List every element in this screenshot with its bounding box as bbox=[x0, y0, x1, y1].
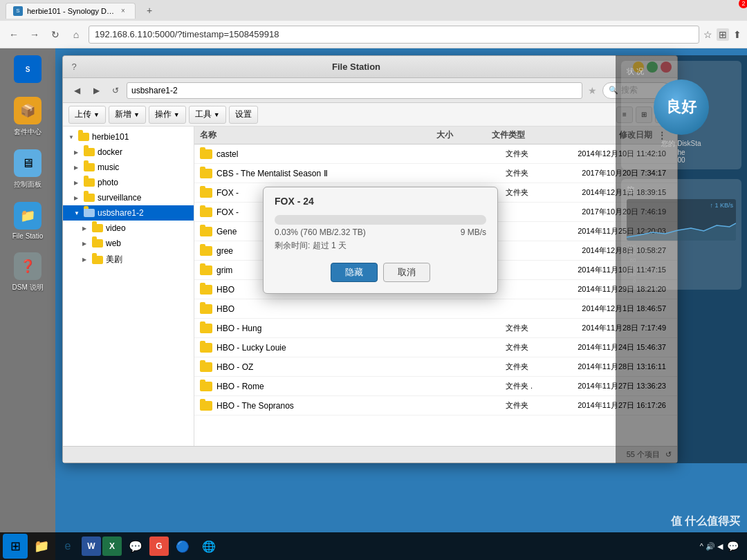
new-btn[interactable]: 新增 ▼ bbox=[109, 106, 146, 124]
fs-refresh-btn[interactable]: ↺ bbox=[107, 82, 124, 99]
file-name: HBO - OZ bbox=[216, 362, 253, 372]
col-header-name: 名称 bbox=[200, 129, 436, 141]
taskbar-icon-explorer[interactable]: 📁 bbox=[29, 534, 54, 559]
address-text: 192.168.6.110:5000/?timestamp=1508459918 bbox=[95, 29, 279, 39]
monitor-graph: ↑ 1 KB/s bbox=[627, 199, 736, 241]
start-button[interactable]: ⊞ bbox=[3, 534, 28, 559]
status-card: 状 况 良好 您的 DiskSta he 00 bbox=[621, 61, 741, 169]
settings-btn[interactable]: 设置 bbox=[229, 106, 258, 124]
file-name: HBO bbox=[216, 304, 234, 314]
taskbar-icon-blue[interactable]: 🔵 bbox=[170, 534, 195, 559]
table-row[interactable]: HBO - Lucky Louie 文件夹 2014年11月24日 15:46:… bbox=[194, 338, 677, 357]
table-row[interactable]: CBS - The Mentalist Season Ⅱ 文件夹 2017年10… bbox=[194, 164, 677, 183]
address-bar[interactable]: 192.168.6.110:5000/?timestamp=1508459918 bbox=[89, 26, 699, 44]
folder-icon bbox=[200, 207, 212, 217]
window-titlebar: ? File Station bbox=[63, 56, 677, 78]
taskbar: ⊞ 📁 e W X 💬 G 🔵 🌐 ^ 🔊 ◀ 💬 值 什么值得买 bbox=[0, 532, 747, 560]
tree-item-meiju[interactable]: ▶ 美剧 bbox=[63, 251, 194, 268]
folder-icon bbox=[200, 246, 212, 256]
home-btn[interactable]: ⌂ bbox=[68, 26, 84, 43]
taskbar-icon-excel[interactable]: X bbox=[102, 536, 122, 556]
window-help-btn[interactable]: ? bbox=[68, 62, 80, 73]
col-header-type: 文件类型 bbox=[492, 129, 547, 141]
tree-item-docker[interactable]: ▶ docker bbox=[63, 144, 194, 160]
new-tab-btn[interactable]: + bbox=[141, 2, 158, 19]
monitor-card: 控 ↑ 1 KB/s 100806040200 bbox=[621, 179, 741, 290]
dsm-sidebar: S 📦 2 套件中心 🖥 控制面板 📁 File Statio bbox=[0, 48, 55, 560]
dialog-buttons: 隐藏 取消 bbox=[275, 263, 486, 282]
file-type: 文件夹 bbox=[506, 342, 561, 353]
disksta-label: 您的 DiskSta bbox=[627, 139, 736, 149]
hide-btn[interactable]: 隐藏 bbox=[331, 263, 378, 282]
back-btn[interactable]: ← bbox=[6, 26, 22, 43]
window-controls: ? bbox=[68, 62, 80, 73]
table-row[interactable]: castel 文件夹 2014年12月10日 11:42:10 bbox=[194, 144, 677, 164]
dsm-icon-file-station[interactable]: 📁 File Statio bbox=[7, 199, 48, 243]
file-station-label: File Statio bbox=[12, 232, 43, 240]
tools-btn[interactable]: 工具 ▼ bbox=[189, 106, 226, 124]
upload-btn[interactable]: 上传 ▼ bbox=[68, 106, 106, 124]
table-row[interactable]: HBO - OZ 文件夹 2014年11月28日 13:16:11 bbox=[194, 357, 677, 377]
folder-icon bbox=[200, 265, 212, 275]
dsm-icon-dsm-help[interactable]: ❓ DSM 说明 bbox=[7, 250, 48, 295]
bookmark-fs-icon[interactable]: ★ bbox=[585, 85, 600, 96]
desktop: S herbie101 - Synology D… × + ← → ↻ ⌂ 19… bbox=[0, 0, 747, 560]
tree-item-music[interactable]: ▶ music bbox=[63, 160, 194, 175]
file-name: FOX - bbox=[216, 207, 239, 217]
taskbar-icon-wechat[interactable]: 💬 bbox=[123, 534, 148, 559]
path-input[interactable] bbox=[127, 82, 582, 99]
taskbar-icon-browser2[interactable]: 🌐 bbox=[196, 534, 221, 559]
bookmark-icon[interactable]: ☆ bbox=[703, 29, 712, 40]
tree-web-arrow: ▶ bbox=[82, 241, 89, 247]
tree-photo-label: photo bbox=[98, 178, 118, 187]
forward-btn[interactable]: → bbox=[26, 26, 43, 43]
dsm-icon-control-panel[interactable]: 🖥 控制面板 bbox=[7, 147, 48, 192]
tab-title: herbie101 - Synology D… bbox=[27, 7, 114, 15]
table-row[interactable]: HBO - Rome 文件夹 . 2014年11月27日 13:36:23 bbox=[194, 377, 677, 396]
browser-menu-icon[interactable]: ⊞ bbox=[717, 28, 729, 41]
progress-dialog: FOX - 24 0.03% (760 MB/2.32 TB) 9 MB/s 剩… bbox=[263, 187, 498, 294]
tree-photo-arrow: ▶ bbox=[74, 180, 81, 186]
file-type: 文件夹 . bbox=[506, 381, 561, 391]
table-row[interactable]: HBO - Hung 文件夹 2014年11月28日 7:17:49 bbox=[194, 319, 677, 338]
tools-dropdown-icon: ▼ bbox=[214, 111, 220, 118]
tree-panel: ▼ herbie101 ▶ docker ▶ bbox=[63, 127, 194, 446]
cancel-btn[interactable]: 取消 bbox=[383, 263, 430, 282]
tab-close-btn[interactable]: × bbox=[118, 6, 128, 16]
taskbar-icon-g[interactable]: G bbox=[149, 536, 169, 556]
taskbar-icon-ie[interactable]: e bbox=[55, 534, 80, 559]
file-name: gree bbox=[216, 246, 233, 256]
synology-logo: S bbox=[14, 55, 42, 83]
tree-docker-label: docker bbox=[98, 147, 122, 157]
notification-icon[interactable]: 💬 bbox=[727, 541, 739, 552]
folder-icon bbox=[200, 188, 212, 198]
browser-tab[interactable]: S herbie101 - Synology D… × bbox=[6, 3, 136, 19]
upload-icon[interactable]: ⬆ bbox=[733, 29, 741, 40]
refresh-btn[interactable]: ↻ bbox=[47, 26, 64, 43]
folder-icon bbox=[200, 382, 212, 391]
fs-back-btn[interactable]: ◀ bbox=[68, 82, 85, 99]
tree-item-surveillance[interactable]: ▶ surveillance bbox=[63, 190, 194, 205]
folder-icon bbox=[200, 169, 212, 178]
tree-root[interactable]: ▼ herbie101 bbox=[63, 129, 194, 144]
tools-btn-label: 工具 bbox=[195, 109, 212, 120]
system-tray-icons: ^ 🔊 ◀ bbox=[700, 542, 723, 551]
file-name: HBO - The Sopranos bbox=[216, 401, 294, 411]
fs-forward-btn[interactable]: ▶ bbox=[88, 82, 104, 99]
control-panel-icon: 🖥 bbox=[14, 149, 42, 177]
tree-item-video[interactable]: ▶ video bbox=[63, 221, 194, 236]
browser-navbar: ← → ↻ ⌂ 192.168.6.110:5000/?timestamp=15… bbox=[0, 21, 747, 48]
action-btn[interactable]: 操作 ▼ bbox=[149, 106, 186, 124]
tree-item-usbshare[interactable]: ▼ usbshare1-2 bbox=[63, 205, 194, 221]
tree-item-photo[interactable]: ▶ photo bbox=[63, 175, 194, 190]
file-type: 文件夹 bbox=[506, 400, 561, 411]
tree-video-label: video bbox=[106, 223, 126, 233]
folder-icon bbox=[200, 149, 212, 159]
table-row[interactable]: HBO 2014年12月1日 18:46:57 bbox=[194, 299, 677, 319]
table-row[interactable]: HBO - The Sopranos 文件夹 2014年11月27日 16:17… bbox=[194, 396, 677, 416]
folder-icon bbox=[200, 343, 212, 353]
taskbar-icon-word[interactable]: W bbox=[82, 536, 101, 556]
tree-usbshare-icon bbox=[84, 209, 95, 217]
tree-item-web[interactable]: ▶ web bbox=[63, 236, 194, 251]
dsm-icon-package[interactable]: 📦 2 套件中心 bbox=[7, 94, 48, 140]
